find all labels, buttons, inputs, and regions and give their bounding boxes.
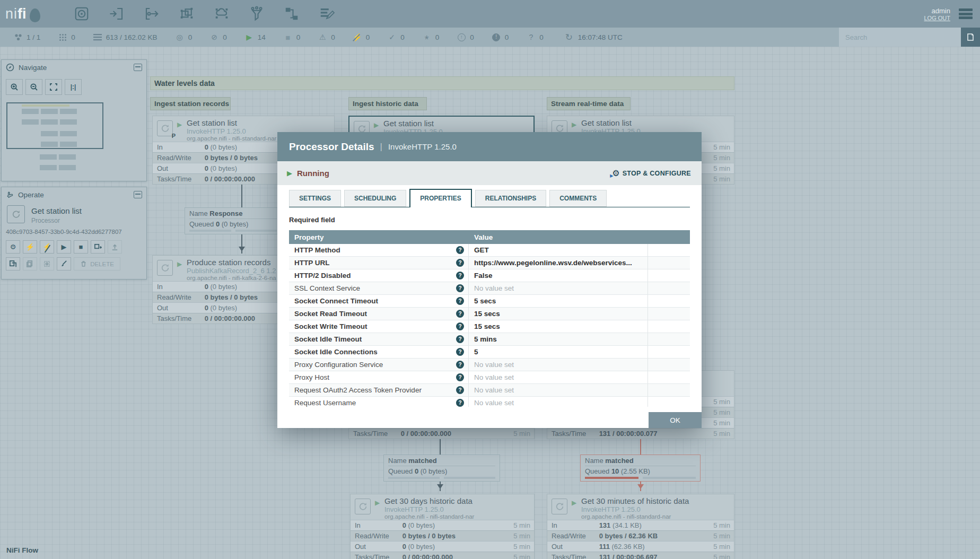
property-value[interactable]: 15 secs <box>469 320 648 333</box>
connection-label[interactable]: Name Response Queued 0 (0 bytes) <box>185 207 282 234</box>
configure-button[interactable]: ⚙ <box>6 240 20 254</box>
property-value[interactable]: 15 secs <box>469 308 648 320</box>
property-value[interactable]: https://www.pegelonline.wsv.de/webservic… <box>469 257 648 269</box>
actual-size-button[interactable]: |:| <box>65 79 82 95</box>
funnel-icon[interactable] <box>248 5 265 22</box>
search-input[interactable] <box>839 28 961 47</box>
help-icon[interactable]: ? <box>456 335 464 343</box>
help-icon[interactable]: ? <box>456 386 464 394</box>
property-value[interactable]: No value set <box>469 371 648 383</box>
delete-button[interactable]: DELETE <box>74 257 120 270</box>
copy-button[interactable] <box>6 257 20 270</box>
property-value[interactable]: No value set <box>469 384 648 396</box>
output-port-icon[interactable] <box>143 5 160 22</box>
property-value[interactable]: No value set <box>469 359 648 371</box>
property-value[interactable]: 5 <box>469 346 648 358</box>
disable-button[interactable]: ⚡ <box>40 240 54 254</box>
help-icon[interactable]: ? <box>456 399 464 407</box>
run-status-icon: ▶ <box>177 260 182 268</box>
property-row[interactable]: HTTP/2 Disabled ? False <box>289 269 690 282</box>
birdseye-minimap[interactable] <box>6 102 103 149</box>
property-row[interactable]: Socket Write Timeout ? 15 secs <box>289 320 690 333</box>
breadcrumb[interactable]: NiFi Flow <box>6 546 38 554</box>
property-row[interactable]: Proxy Configuration Service ? No value s… <box>289 359 690 371</box>
property-value[interactable]: GET <box>469 244 648 256</box>
property-value[interactable]: 5 mins <box>469 333 648 345</box>
collapse-icon[interactable] <box>134 191 142 198</box>
stop-and-configure-button[interactable]: ⚙▶ STOP & CONFIGURE <box>612 169 691 178</box>
group-button[interactable] <box>40 257 54 270</box>
help-icon[interactable]: ? <box>456 297 464 305</box>
template-icon[interactable] <box>283 5 300 22</box>
property-name: SSL Context Service <box>294 284 360 292</box>
enable-button[interactable]: ⚡ <box>23 240 37 254</box>
logout-link[interactable]: LOG OUT <box>924 15 950 21</box>
check-icon: ✓ <box>387 33 397 41</box>
help-icon[interactable]: ? <box>456 322 464 330</box>
help-icon[interactable]: ? <box>456 284 464 292</box>
property-row[interactable]: Proxy Host ? No value set <box>289 371 690 384</box>
dialog-tabs: SETTINGSSCHEDULINGPROPERTIESRELATIONSHIP… <box>289 189 690 207</box>
help-icon[interactable]: ? <box>456 310 464 318</box>
processor-node[interactable]: ▶ Get 30 minutes of historic data Invoke… <box>547 494 734 559</box>
tab-scheduling[interactable]: SCHEDULING <box>344 190 406 207</box>
processor-name: Get 30 minutes of historic data <box>581 496 732 505</box>
zoom-out-button[interactable] <box>25 79 42 95</box>
help-icon[interactable]: ? <box>456 272 464 280</box>
ok-button[interactable]: OK <box>649 412 702 428</box>
tab-settings[interactable]: SETTINGS <box>289 190 341 207</box>
property-value[interactable]: No value set <box>469 282 648 294</box>
processor-node[interactable]: ▶ Get 30 days historic data InvokeHTTP 1… <box>350 494 535 559</box>
zoom-in-button[interactable] <box>6 79 23 95</box>
property-row[interactable]: HTTP URL ? https://www.pegelonline.wsv.d… <box>289 257 690 269</box>
status-value: 0 <box>188 33 192 41</box>
property-row[interactable]: SSL Context Service ? No value set <box>289 282 690 295</box>
help-icon[interactable]: ? <box>456 259 464 267</box>
group-label[interactable]: Stream real-time data <box>547 97 631 110</box>
property-row[interactable]: Socket Idle Connections ? 5 <box>289 346 690 359</box>
property-name: HTTP Method <box>294 246 340 254</box>
property-row[interactable]: Socket Idle Timeout ? 5 mins <box>289 333 690 346</box>
global-menu-icon[interactable] <box>959 8 973 19</box>
tab-comments[interactable]: COMMENTS <box>549 190 607 207</box>
status-value: 0 <box>71 33 75 41</box>
zoom-fit-button[interactable] <box>45 79 62 95</box>
tab-relationships[interactable]: RELATIONSHIPS <box>475 190 546 207</box>
process-group-icon[interactable] <box>178 5 195 22</box>
upload-template-button[interactable] <box>108 240 122 254</box>
flow-label[interactable]: Water levels data <box>150 76 734 90</box>
collapse-icon[interactable] <box>134 64 142 71</box>
refresh-time: 16:07:48 UTC <box>578 33 623 41</box>
stop-button[interactable]: ■ <box>74 240 88 254</box>
input-port-icon[interactable] <box>108 5 125 22</box>
start-button[interactable]: ▶ <box>57 240 71 254</box>
connection-label[interactable]: Name matched Queued 0 (0 bytes) <box>383 455 500 482</box>
fill-color-button[interactable] <box>57 257 71 270</box>
help-icon[interactable]: ? <box>456 361 464 369</box>
refresh-icon[interactable]: ↻ <box>564 33 574 42</box>
bulletin-board-icon[interactable] <box>961 28 980 47</box>
processor-stat-row: Out 0 (0 bytes) 5 min <box>351 541 534 552</box>
paste-button[interactable] <box>23 257 37 270</box>
help-icon[interactable]: ? <box>456 246 464 254</box>
remote-process-group-icon[interactable] <box>213 5 230 22</box>
processor-stat-row: Tasks/Time 131 / 00:00:00.077 5 min <box>547 428 734 439</box>
property-row[interactable]: Request Username ? No value set <box>289 397 690 407</box>
group-label[interactable]: Ingest historic data <box>348 97 427 110</box>
processor-icon[interactable] <box>73 5 90 22</box>
help-icon[interactable]: ? <box>456 348 464 356</box>
property-row[interactable]: Socket Connect Timeout ? 5 secs <box>289 295 690 308</box>
group-label[interactable]: Ingest station records <box>150 97 231 110</box>
tab-properties[interactable]: PROPERTIES <box>409 189 471 207</box>
connection-label[interactable]: Name matched Queued 10 (2.55 KB) <box>580 455 701 482</box>
property-row[interactable]: Socket Read Timeout ? 15 secs <box>289 308 690 320</box>
processor-type: InvokeHTTP 1.25.0 <box>384 505 532 513</box>
property-row[interactable]: HTTP Method ? GET <box>289 244 690 257</box>
property-row[interactable]: Request OAuth2 Access Token Provider ? N… <box>289 384 690 397</box>
property-value[interactable]: False <box>469 269 648 282</box>
label-icon[interactable] <box>318 5 335 22</box>
create-template-button[interactable] <box>91 240 105 254</box>
help-icon[interactable]: ? <box>456 373 464 381</box>
property-value[interactable]: 5 secs <box>469 295 648 307</box>
property-value[interactable]: No value set <box>469 397 648 407</box>
